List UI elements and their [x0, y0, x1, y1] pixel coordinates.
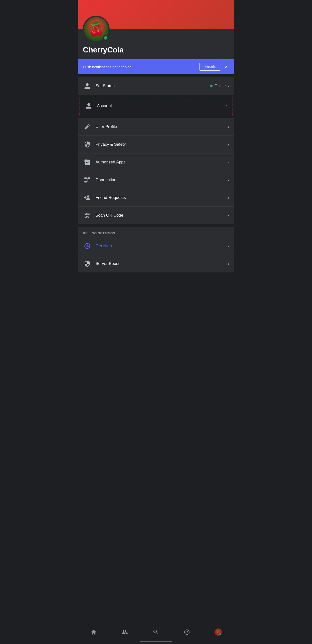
menu-section: Set Status Online ›	[78, 77, 234, 95]
get-nitro-label: Get Nitro	[96, 244, 226, 248]
account-highlighted-wrapper: Account ›	[79, 97, 233, 115]
privacy-safety-label: Privacy & Safety	[96, 142, 226, 147]
status-dot	[210, 84, 213, 88]
set-status-icon	[83, 82, 92, 90]
close-notification-button[interactable]: ×	[223, 64, 229, 70]
friend-requests-icon	[83, 193, 92, 202]
account-item[interactable]: Account ›	[80, 97, 232, 114]
privacy-safety-icon	[83, 140, 92, 149]
status-display: Online	[210, 84, 226, 88]
status-value: Online	[215, 84, 226, 88]
server-boost-icon	[83, 259, 92, 268]
friend-requests-item[interactable]: Friend Requests ›	[78, 189, 234, 207]
menu-section-2: User Profile › Privacy & Safety › Author…	[78, 118, 234, 224]
account-chevron-icon: ›	[226, 104, 228, 108]
set-status-label: Set Status	[96, 84, 210, 88]
connections-icon	[83, 176, 92, 184]
scan-qr-label: Scan QR Code	[96, 213, 226, 218]
profile-header: CherryCola	[78, 0, 234, 59]
online-status-indicator	[103, 35, 108, 40]
friend-requests-chevron-icon: ›	[228, 195, 229, 200]
account-label: Account	[97, 104, 224, 108]
enable-notifications-button[interactable]: Enable	[199, 63, 220, 71]
svg-rect-2	[88, 178, 90, 179]
get-nitro-icon	[83, 242, 92, 250]
user-profile-label: User Profile	[96, 124, 226, 129]
authorized-apps-icon	[83, 158, 92, 166]
authorized-apps-chevron-icon: ›	[228, 160, 229, 165]
user-profile-item[interactable]: User Profile ›	[78, 118, 234, 136]
chevron-right-icon: ›	[228, 84, 229, 89]
notification-banner: Push notifications not enabled Enable ×	[78, 59, 234, 74]
user-profile-icon	[83, 122, 92, 131]
connections-label: Connections	[96, 178, 226, 182]
privacy-safety-item[interactable]: Privacy & Safety ›	[78, 136, 234, 154]
user-profile-chevron-icon: ›	[228, 124, 229, 130]
authorized-apps-label: Authorized Apps	[96, 160, 226, 165]
avatar-wrapper	[83, 16, 110, 42]
server-boost-label: Server Boost	[96, 261, 226, 266]
authorized-apps-item[interactable]: Authorized Apps ›	[78, 154, 234, 171]
get-nitro-chevron-icon: ›	[228, 244, 229, 249]
billing-section-title: BILLING SETTINGS	[83, 232, 115, 235]
scan-qr-item[interactable]: Scan QR Code ›	[78, 207, 234, 224]
connections-chevron-icon: ›	[228, 178, 229, 182]
billing-section: BILLING SETTINGS Get Nitro › Server Boos…	[78, 227, 234, 272]
server-boost-item[interactable]: Server Boost ›	[78, 255, 234, 272]
set-status-item[interactable]: Set Status Online ›	[78, 77, 234, 95]
profile-info-area: CherryCola	[78, 29, 234, 59]
notification-text: Push notifications not enabled	[83, 65, 197, 69]
billing-header: BILLING SETTINGS	[78, 227, 234, 237]
svg-rect-1	[84, 178, 87, 179]
friend-requests-label: Friend Requests	[96, 195, 226, 200]
username: CherryCola	[83, 46, 229, 54]
server-boost-chevron-icon: ›	[228, 261, 229, 266]
get-nitro-item[interactable]: Get Nitro ›	[78, 237, 234, 255]
scan-qr-chevron-icon: ›	[228, 213, 229, 218]
svg-point-8	[87, 245, 88, 247]
account-icon	[84, 102, 93, 110]
connections-item[interactable]: Connections ›	[78, 171, 234, 189]
privacy-chevron-icon: ›	[228, 142, 229, 147]
scan-qr-icon	[83, 211, 92, 220]
